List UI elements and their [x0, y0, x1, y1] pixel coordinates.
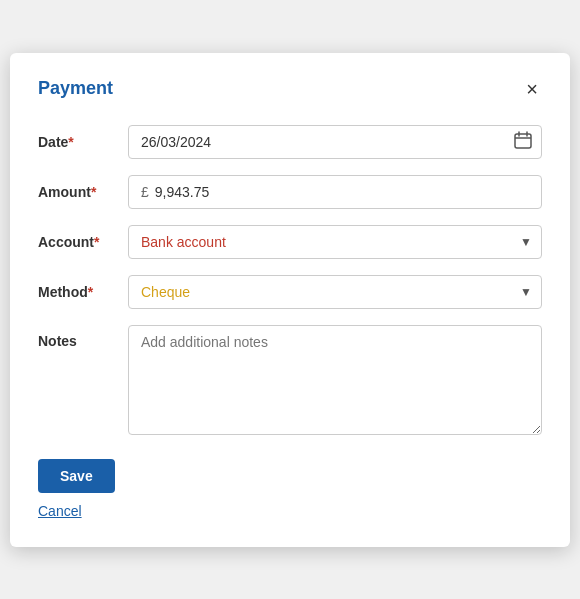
account-select-wrapper: Bank account Cash Credit card ▼: [128, 225, 542, 259]
account-row: Account* Bank account Cash Credit card ▼: [38, 225, 542, 259]
notes-textarea[interactable]: [128, 325, 542, 435]
method-select-wrapper: Cheque Bank transfer Cash Card ▼: [128, 275, 542, 309]
date-input[interactable]: [128, 125, 542, 159]
save-button[interactable]: Save: [38, 459, 115, 493]
amount-label: Amount*: [38, 184, 128, 200]
method-select[interactable]: Cheque Bank transfer Cash Card: [128, 275, 542, 309]
dialog-header: Payment ×: [38, 77, 542, 101]
account-label: Account*: [38, 234, 128, 250]
payment-dialog: Payment × Date* Amount* £: [10, 53, 570, 547]
method-row: Method* Cheque Bank transfer Cash Card ▼: [38, 275, 542, 309]
amount-input[interactable]: [155, 184, 529, 200]
notes-label: Notes: [38, 325, 128, 349]
currency-symbol: £: [141, 184, 149, 200]
date-row: Date*: [38, 125, 542, 159]
amount-row: Amount* £: [38, 175, 542, 209]
amount-field-wrapper[interactable]: £: [128, 175, 542, 209]
cancel-button[interactable]: Cancel: [38, 503, 82, 519]
method-label: Method*: [38, 284, 128, 300]
date-field-wrapper: [128, 125, 542, 159]
dialog-title: Payment: [38, 78, 113, 99]
form-actions: Save Cancel: [38, 459, 542, 519]
notes-row: Notes: [38, 325, 542, 435]
account-select[interactable]: Bank account Cash Credit card: [128, 225, 542, 259]
close-button[interactable]: ×: [522, 77, 542, 101]
date-label: Date*: [38, 134, 128, 150]
